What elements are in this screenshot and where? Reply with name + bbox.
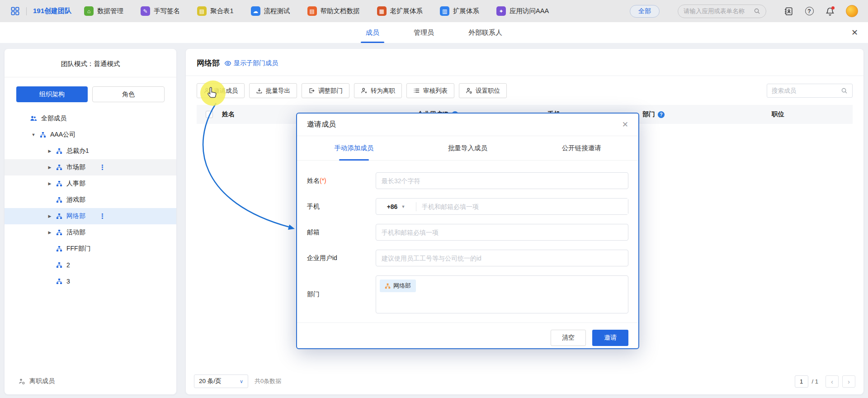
all-apps-pill[interactable]: 全部 (630, 5, 660, 18)
button-label: 转为离职 (371, 87, 395, 95)
topbar-search-input[interactable] (684, 8, 751, 14)
caret-right-icon[interactable]: ▶ (46, 149, 53, 153)
topbar-app-extension[interactable]: ▥扩展体系 (440, 6, 479, 16)
prev-page-button[interactable]: ‹ (826, 375, 839, 388)
app-label: 应用访问AAA (509, 7, 549, 15)
user-avatar[interactable] (846, 5, 858, 17)
page-size-value: 20 条/页 (199, 377, 222, 385)
column-department: 部门 (642, 110, 655, 118)
tab-batch-import[interactable]: 批量导入成员 (411, 136, 525, 160)
review-list-button[interactable]: 审核列表 (406, 83, 454, 98)
select-all-checkbox[interactable] (206, 111, 213, 118)
tree-item-all-members[interactable]: 全部成员 (5, 110, 176, 127)
app-icon: ⌂ (84, 6, 94, 16)
close-icon[interactable]: ✕ (622, 120, 628, 129)
help-icon[interactable]: ? (804, 6, 814, 16)
chevron-down-icon: ∨ (240, 379, 243, 384)
help-badge-icon[interactable]: ? (658, 111, 665, 118)
button-label: 审核列表 (423, 87, 448, 95)
caret-down-icon[interactable]: ▼ (30, 133, 37, 137)
tab-members[interactable]: 成员 (366, 22, 379, 43)
department-tag[interactable]: 网络部 (380, 280, 416, 292)
page-number-input[interactable] (795, 375, 808, 388)
invite-member-button[interactable]: 邀请成员 (197, 83, 245, 98)
resigned-person-icon (18, 378, 25, 385)
department-icon (56, 180, 62, 187)
mark-resigned-button[interactable]: 转为离职 (354, 83, 402, 98)
modal-footer: 清空 邀请 (297, 322, 638, 353)
app-icon: ▤ (307, 6, 317, 16)
department-icon (56, 262, 62, 268)
tree-item-company[interactable]: ▼ AAA公司 (5, 127, 176, 143)
tree-item-label: 3 (66, 278, 70, 285)
next-page-button[interactable]: › (842, 375, 855, 388)
set-position-button[interactable]: 设置职位 (459, 83, 507, 98)
close-icon[interactable]: ✕ (851, 22, 858, 43)
kebab-menu-icon[interactable]: ⋮ (99, 163, 106, 171)
column-name: 姓名 (222, 110, 235, 118)
contacts-icon[interactable] (783, 6, 793, 16)
batch-export-button[interactable]: 批量导出 (249, 83, 297, 98)
topbar: 191创建团队 ⌂数据管理 ✎手写签名 ▤聚合表1 ☁流程测试 ▤帮助文档数据 … (0, 0, 868, 22)
tab-label: 批量导入成员 (448, 144, 487, 152)
tree-item-dept-selected[interactable]: ▶ 网络部 ⋮ (5, 208, 176, 224)
resigned-members-link[interactable]: 离职成员 (18, 377, 55, 385)
org-structure-button[interactable]: 组织架构 (16, 86, 88, 102)
tab-external-contacts[interactable]: 外部联系人 (468, 22, 502, 43)
topbar-app-data-manage[interactable]: ⌂数据管理 (84, 6, 123, 16)
caret-right-icon[interactable]: ▶ (46, 181, 53, 186)
country-code-select[interactable]: +86▼ (376, 203, 416, 210)
member-search-input[interactable] (772, 87, 838, 94)
tree-item-dept[interactable]: ▶ 人事部 (5, 175, 176, 192)
app-icon: ☁ (251, 6, 260, 16)
clear-button[interactable]: 清空 (551, 330, 586, 346)
tree-item-dept[interactable]: 3 (5, 273, 176, 289)
tab-manual-add[interactable]: 手动添加成员 (297, 136, 411, 160)
topbar-icon-group: ? (783, 5, 858, 17)
caret-right-icon[interactable]: ▶ (46, 214, 53, 218)
department-icon (56, 197, 62, 203)
tree-item-dept[interactable]: 2 (5, 257, 176, 273)
role-button[interactable]: 角色 (92, 86, 165, 102)
kebab-menu-icon[interactable]: ⋮ (99, 212, 106, 220)
app-launcher-grid-icon[interactable] (10, 6, 20, 16)
person-x-icon (361, 87, 368, 94)
adjust-department-button[interactable]: 调整部门 (302, 83, 349, 98)
tab-admins[interactable]: 管理员 (414, 22, 434, 43)
name-field-label: 姓名(*) (307, 177, 376, 185)
download-icon (256, 87, 263, 94)
enterprise-userid-field[interactable] (376, 250, 628, 266)
notification-bell-icon[interactable] (825, 6, 835, 16)
eye-icon (224, 60, 231, 67)
topbar-app-flow-test[interactable]: ☁流程测试 (251, 6, 290, 16)
phone-field[interactable] (416, 199, 628, 214)
show-sub-department-link[interactable]: 显示子部门成员 (224, 59, 278, 67)
topbar-app-help-doc[interactable]: ▤帮助文档数据 (307, 6, 360, 16)
required-mark: (*) (320, 177, 326, 184)
page-size-select[interactable]: 20 条/页 ∨ (194, 374, 248, 388)
department-icon (40, 132, 46, 138)
screen: 191创建团队 ⌂数据管理 ✎手写签名 ▤聚合表1 ☁流程测试 ▤帮助文档数据 … (0, 0, 868, 398)
topbar-app-access-aaa[interactable]: ✦应用访问AAA (496, 6, 549, 16)
topbar-app-aggregate-table[interactable]: ▤聚合表1 (197, 6, 234, 16)
name-field[interactable] (376, 172, 628, 189)
total-pages-label: / 1 (812, 378, 818, 385)
tree-item-dept[interactable]: ▶ 总裁办1 (5, 143, 176, 159)
team-title[interactable]: 191创建团队 (33, 7, 71, 15)
tree-item-dept[interactable]: 游戏部 (5, 192, 176, 208)
tab-public-link[interactable]: 公开链接邀请 (524, 136, 638, 160)
topbar-app-signature[interactable]: ✎手写签名 (141, 6, 180, 16)
topbar-app-old-extension[interactable]: ▦老扩展体系 (377, 6, 423, 16)
department-icon (56, 164, 62, 171)
caret-right-icon[interactable]: ▶ (46, 165, 53, 170)
email-field[interactable] (376, 224, 628, 241)
caret-right-icon[interactable]: ▶ (46, 230, 53, 235)
tree-item-dept[interactable]: ▶ 活动部 (5, 224, 176, 241)
tree-item-dept[interactable]: FFF部门 (5, 241, 176, 257)
invite-button[interactable]: 邀请 (592, 330, 628, 346)
button-label: 调整部门 (318, 87, 343, 95)
department-picker[interactable]: 网络部 (376, 275, 628, 313)
topbar-search[interactable] (678, 5, 766, 18)
tree-item-dept[interactable]: ▶ 市场部 ⋮ (5, 159, 176, 175)
member-search[interactable] (767, 84, 853, 98)
